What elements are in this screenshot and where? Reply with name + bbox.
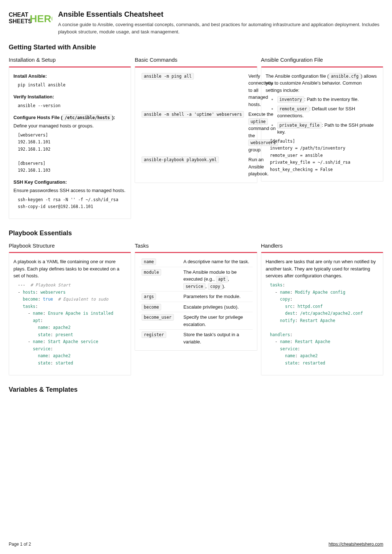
code-block: ssh-keygen -t rsa -N '' -f ~/.ssh/id_rsa… [18, 196, 126, 211]
text: Define your managed hosts or groups. [13, 122, 126, 130]
table-row: becomeEscalate privileges (sudo). [139, 302, 252, 312]
label: Install Ansible: [13, 73, 47, 79]
card-structure: A playbook is a YAML file containing one… [9, 252, 131, 375]
list-item: remote_user: Default user for SSH connec… [266, 105, 379, 119]
label: SSH Key Configuration: [13, 179, 67, 185]
code-block: ansible --version [18, 102, 126, 110]
table-row: registerStore the task's output in a var… [139, 330, 252, 347]
label: Configure Hosts File (/etc/ansible/hosts… [13, 114, 126, 121]
page-header: CHEAT SHEETS HERO Ansible Essentials Che… [9, 9, 383, 35]
section-title-getting-started: Getting Started with Ansible [9, 42, 383, 52]
card-title: Basic Commands [135, 56, 257, 64]
code-block: pip install ansible [18, 82, 126, 89]
text: The Ansible configuration file (ansible.… [266, 73, 379, 94]
text: A playbook is a YAML file containing one… [13, 258, 126, 280]
card-title: Handlers [261, 242, 383, 250]
card-title: Playbook Structure [9, 242, 131, 250]
card-commands: ansible -m ping all Verify connectivity … [135, 66, 257, 183]
label: Verify Installation: [13, 94, 54, 99]
table-row: ansible -m ping all Verify connectivity … [139, 71, 280, 110]
section-title-playbook: Playbook Essentials [9, 228, 383, 238]
code-block: tasks: - name: Modify Apache config copy… [270, 282, 379, 367]
card-tasks: nameA descriptive name for the task. mod… [135, 252, 257, 351]
svg-text:SHEETS: SHEETS [9, 18, 32, 24]
code: ansible -m ping all [142, 73, 194, 80]
table-row: ansible -m shell -a 'uptime' webservers … [139, 109, 280, 155]
logo: CHEAT SHEETS HERO [9, 11, 52, 35]
code-block: [defaults] inventory = /path/to/inventor… [270, 138, 379, 174]
table-row: ansible-playbook playbook.yml Run an Ans… [139, 155, 280, 179]
card-config: The Ansible configuration file (ansible.… [261, 66, 383, 182]
list-item: inventory: Path to the inventory file. [266, 96, 379, 103]
list-item: private_key_file: Path to the SSH privat… [266, 122, 379, 136]
svg-text:CHEAT: CHEAT [9, 12, 28, 18]
code: ansible -m shell -a 'uptime' webservers [142, 111, 244, 118]
card-title: Tasks [135, 242, 257, 250]
table-row: argsParameters for the module. [139, 292, 252, 302]
card-installation: Install Ansible: pip install ansible Ver… [9, 66, 131, 219]
section-title-variables: Variables & Templates [9, 385, 383, 395]
text: Ensure passwordless SSH access to manage… [13, 187, 126, 194]
text: Handlers are tasks that are only run whe… [266, 258, 379, 280]
svg-text:HERO: HERO [30, 13, 52, 24]
page-subtitle: A concise guide to Ansible, covering ess… [58, 21, 383, 35]
table-row: become_userSpecify the user for privileg… [139, 312, 252, 330]
page-title: Ansible Essentials Cheatsheet [58, 9, 383, 20]
table-row: moduleThe Ansible module to be executed … [139, 267, 252, 292]
card-handlers: Handlers are tasks that are only run whe… [261, 252, 383, 375]
code-block: [webservers] 192.168.1.101 192.168.1.102… [18, 132, 126, 174]
card-title: Installation & Setup [9, 56, 131, 64]
code-block: --- # Playbook Start - hosts: webservers… [18, 282, 126, 367]
code: ansible-playbook playbook.yml [142, 156, 219, 163]
card-title: Ansible Configuration File [261, 56, 383, 64]
table-row: nameA descriptive name for the task. [139, 257, 252, 267]
